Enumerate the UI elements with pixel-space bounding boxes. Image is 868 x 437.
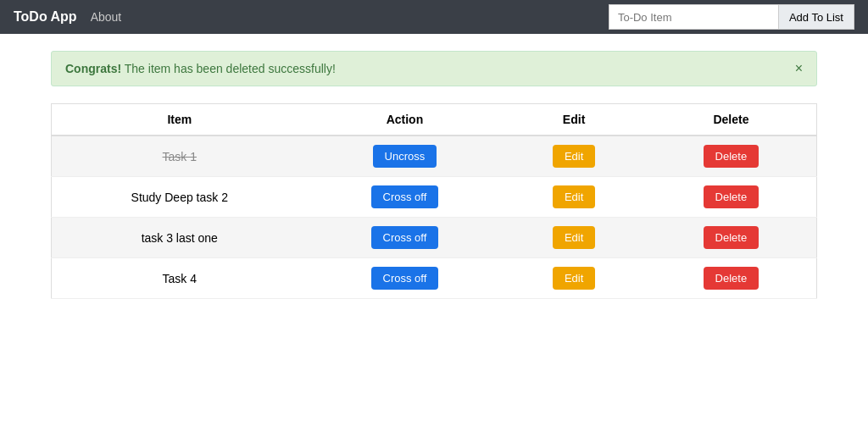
main-content: Congrats! The item has been deleted succ… <box>0 34 868 316</box>
app-title: ToDo App <box>14 9 77 25</box>
task-delete-cell: Delete <box>646 177 817 218</box>
task-action-cell: Cross off <box>308 258 503 299</box>
col-delete: Delete <box>646 104 817 136</box>
task-delete-cell: Delete <box>646 136 817 177</box>
table-row: Study Deep task 2Cross offEditDelete <box>52 177 817 218</box>
task-item-cell: Study Deep task 2 <box>52 177 308 218</box>
task-item-text: Study Deep task 2 <box>131 191 228 204</box>
task-item-cell: Task 4 <box>52 258 308 299</box>
table-row: Task 4Cross offEditDelete <box>52 258 817 299</box>
task-edit-cell: Edit <box>502 177 645 218</box>
alert-bold: Congrats! <box>65 62 121 75</box>
edit-button[interactable]: Edit <box>553 226 595 249</box>
alert-text: Congrats! The item has been deleted succ… <box>65 62 336 75</box>
edit-button[interactable]: Edit <box>553 185 595 208</box>
table-row: task 3 last oneCross offEditDelete <box>52 218 817 258</box>
delete-button[interactable]: Delete <box>704 226 760 249</box>
task-item-cell: Task 1 <box>52 136 308 177</box>
add-to-list-button[interactable]: Add To List <box>778 4 854 30</box>
alert-close-button[interactable]: × <box>795 62 803 75</box>
task-edit-cell: Edit <box>502 136 645 177</box>
task-delete-cell: Delete <box>646 218 817 258</box>
uncross-button[interactable]: Uncross <box>373 145 437 168</box>
about-link[interactable]: About <box>91 10 122 24</box>
navbar-right: Add To List <box>609 4 854 30</box>
cross-off-button[interactable]: Cross off <box>371 226 439 249</box>
col-item: Item <box>52 104 308 136</box>
task-delete-cell: Delete <box>646 258 817 299</box>
col-edit: Edit <box>502 104 645 136</box>
delete-button[interactable]: Delete <box>704 185 760 208</box>
task-item-text: Task 4 <box>163 272 197 285</box>
task-item-cell: task 3 last one <box>52 218 308 258</box>
todo-input[interactable] <box>609 4 778 30</box>
table-row: Task 1UncrossEditDelete <box>52 136 817 177</box>
task-edit-cell: Edit <box>502 218 645 258</box>
task-item-text: Task 1 <box>163 150 197 163</box>
delete-button[interactable]: Delete <box>704 145 760 168</box>
alert-message: The item has been deleted successfully! <box>121 62 336 75</box>
cross-off-button[interactable]: Cross off <box>371 267 439 290</box>
task-item-text: task 3 last one <box>142 231 218 245</box>
table-header-row: Item Action Edit Delete <box>52 104 817 136</box>
task-action-cell: Cross off <box>308 218 503 258</box>
col-action: Action <box>308 104 503 136</box>
edit-button[interactable]: Edit <box>553 267 595 290</box>
task-edit-cell: Edit <box>502 258 645 299</box>
cross-off-button[interactable]: Cross off <box>371 185 439 208</box>
success-alert: Congrats! The item has been deleted succ… <box>51 51 817 86</box>
task-action-cell: Uncross <box>308 136 503 177</box>
task-action-cell: Cross off <box>308 177 503 218</box>
delete-button[interactable]: Delete <box>704 267 760 290</box>
navbar: ToDo App About Add To List <box>0 0 868 34</box>
edit-button[interactable]: Edit <box>553 145 595 168</box>
todo-table: Item Action Edit Delete Task 1UncrossEdi… <box>51 103 817 299</box>
